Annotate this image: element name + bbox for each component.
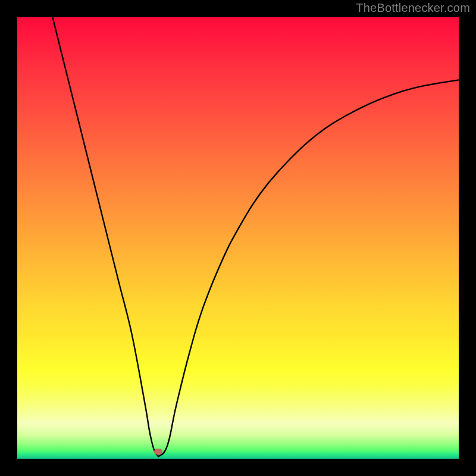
watermark-text: TheBottlenecker.com xyxy=(356,1,470,15)
optimal-point-marker xyxy=(154,449,162,455)
chart-frame: TheBottlenecker.com xyxy=(0,0,476,476)
bottleneck-curve xyxy=(17,17,459,459)
curve-path xyxy=(52,17,459,456)
plot-area xyxy=(17,17,459,459)
